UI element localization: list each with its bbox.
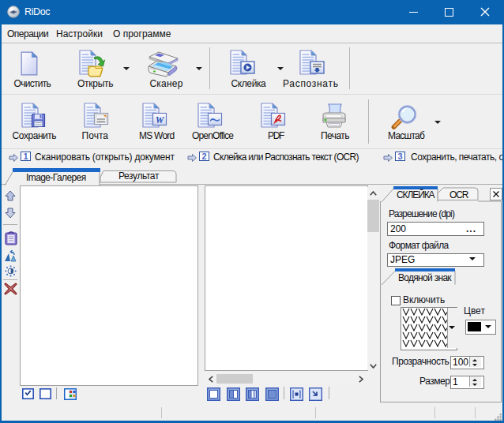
svg-text:W: W (156, 114, 165, 125)
